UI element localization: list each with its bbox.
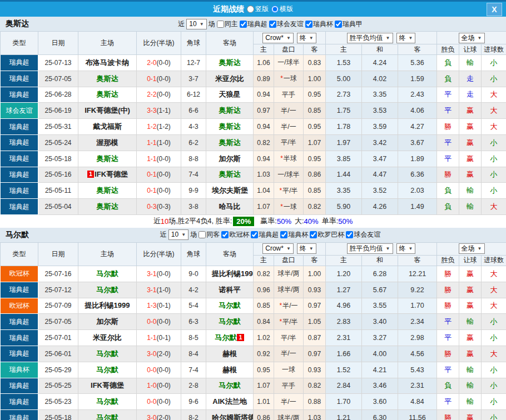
- league-filter-4-input[interactable]: [346, 231, 353, 238]
- league-filter-3[interactable]: 瑞典甲: [335, 19, 363, 29]
- odds-company-select[interactable]: Crow*▼: [262, 243, 294, 254]
- away-team-name[interactable]: 奥斯达: [219, 106, 241, 114]
- away-team-name[interactable]: 马尔默: [219, 301, 241, 309]
- league-filter-0-input[interactable]: [240, 21, 247, 28]
- close-button[interactable]: X: [487, 3, 502, 16]
- away-team-cell: 马尔默: [206, 314, 254, 330]
- home-team-name[interactable]: 布洛马波卡纳: [86, 58, 129, 67]
- scope-select[interactable]: 全场▼: [459, 243, 485, 254]
- league-filter-2[interactable]: 瑞典杯: [280, 230, 308, 239]
- full-time-score: 1-1: [147, 155, 156, 163]
- league-filter-1[interactable]: 球会友谊: [269, 19, 304, 29]
- home-odds: 1.04: [254, 183, 274, 199]
- league-filter-1[interactable]: 瑞典超: [251, 230, 279, 239]
- handicap-result: 赢: [459, 103, 482, 119]
- avg-time-select[interactable]: 终▼: [396, 243, 416, 254]
- home-team-name[interactable]: 渥那模: [97, 138, 118, 147]
- home-team-name[interactable]: 奥斯达: [97, 90, 118, 98]
- away-team-cell: 赫根: [206, 346, 254, 362]
- summary-count: 10: [161, 217, 168, 226]
- away-team-name[interactable]: 米亚尔比: [215, 74, 244, 83]
- away-team-name[interactable]: 奥斯达: [219, 58, 241, 67]
- away-team-name[interactable]: 加尔斯: [219, 154, 241, 163]
- match-count-select[interactable]: 10▼: [186, 19, 206, 29]
- same-venue-checkbox-input[interactable]: [199, 231, 206, 238]
- league-filter-4[interactable]: 球会友谊: [346, 230, 380, 239]
- same-venue-checkbox[interactable]: 同客: [199, 230, 220, 239]
- odds-time-select[interactable]: 终▼: [297, 243, 316, 254]
- home-team-name[interactable]: 米亚尔比: [93, 333, 122, 342]
- home-team-name[interactable]: 马尔默: [97, 366, 118, 374]
- half-time-score: (0-1): [157, 334, 171, 342]
- handicap-result: 赢: [459, 266, 482, 282]
- home-team-name[interactable]: 奥斯达: [97, 154, 118, 163]
- same-venue-checkbox[interactable]: 同主: [217, 19, 238, 29]
- league-filter-3-input[interactable]: [310, 231, 317, 238]
- away-team-name[interactable]: 马尔默: [219, 317, 241, 326]
- odds-company-select[interactable]: Crow*▼: [262, 33, 294, 43]
- home-team-name[interactable]: IFK哥德堡: [91, 381, 124, 389]
- corners: 6-3: [181, 314, 206, 330]
- layout-vertical-option[interactable]: 竖版: [247, 4, 269, 14]
- away-team-name[interactable]: 埃尔夫斯堡: [212, 186, 248, 194]
- result-outcome: 負: [437, 183, 459, 199]
- away-team-name[interactable]: AIK法兰地: [212, 397, 246, 406]
- goals-result: 大: [482, 298, 506, 314]
- avg-select[interactable]: 胜平负均值▼: [347, 33, 393, 43]
- away-team-name[interactable]: 马尔默: [219, 381, 241, 389]
- league-filter-2-input[interactable]: [305, 21, 312, 28]
- layout-horizontal-option[interactable]: 横版: [271, 4, 293, 14]
- horizontal-radio[interactable]: [271, 6, 279, 13]
- league-filter-3-input[interactable]: [335, 21, 342, 28]
- half-time-score: (1-1): [157, 107, 171, 114]
- league-filter-0-input[interactable]: [221, 231, 229, 238]
- away-team-cell: 天狼星: [206, 87, 254, 103]
- home-team-name[interactable]: 加尔斯: [97, 317, 118, 326]
- away-team-name[interactable]: 提比利锡1999: [212, 269, 254, 278]
- home-team-name[interactable]: IFK哥德堡: [95, 170, 128, 178]
- home-team-name[interactable]: 马尔默: [97, 413, 118, 420]
- away-team-name[interactable]: 赫根: [222, 349, 237, 358]
- half-time-score: (1-0): [157, 286, 171, 294]
- home-team-name[interactable]: 马尔默: [97, 286, 118, 294]
- league-filter-3[interactable]: 欧罗巴杯: [310, 230, 344, 239]
- away-team-name[interactable]: 赫根: [222, 366, 237, 374]
- home-team-name[interactable]: IFK哥德堡(中): [85, 106, 130, 114]
- league-filter-1-input[interactable]: [251, 231, 258, 238]
- home-odds: 0.84: [254, 314, 274, 330]
- match-count-select[interactable]: 10▼: [168, 229, 188, 240]
- same-venue-checkbox-input[interactable]: [217, 21, 224, 28]
- result-outcome: 平: [437, 87, 459, 103]
- away-team-name[interactable]: 哈马比: [219, 202, 241, 211]
- away-team-name[interactable]: 奥斯达: [219, 170, 241, 178]
- league-filter-0[interactable]: 欧冠杯: [221, 230, 249, 239]
- vertical-radio[interactable]: [247, 6, 254, 13]
- avg-select[interactable]: 胜平负均值▼: [347, 243, 393, 254]
- away-team-name[interactable]: 马尔默: [215, 333, 236, 342]
- away-team-name[interactable]: 诺科平: [219, 286, 241, 294]
- scope-select[interactable]: 全场▼: [459, 33, 485, 43]
- home-team-name[interactable]: 奥斯达: [97, 74, 118, 83]
- away-team-name[interactable]: 哈尔姆斯塔德: [212, 413, 254, 420]
- home-team-name[interactable]: 提比利锡1999: [85, 301, 130, 309]
- league-filter-2[interactable]: 瑞典杯: [305, 19, 333, 29]
- league-filter-2-input[interactable]: [280, 231, 287, 238]
- away-team-name[interactable]: 奥斯达: [219, 122, 241, 131]
- half-time-score: (0-0): [157, 75, 171, 83]
- away-team-name[interactable]: 天狼星: [219, 90, 241, 98]
- league-filter-0[interactable]: 瑞典超: [240, 19, 267, 29]
- home-team-name[interactable]: 奥斯达: [97, 202, 118, 211]
- sub-col-header: 主: [254, 255, 274, 266]
- league-filter-1-input[interactable]: [269, 21, 276, 28]
- away-team-name[interactable]: 奥斯达: [219, 138, 241, 147]
- league-filter-0-label: 欧冠杯: [229, 230, 249, 239]
- avg-time-select[interactable]: 终▼: [396, 33, 416, 43]
- result-outcome: 平: [437, 134, 459, 151]
- home-team-name[interactable]: 奥斯达: [97, 186, 118, 194]
- home-team-name[interactable]: 马尔默: [97, 397, 118, 406]
- home-team-name[interactable]: 马尔默: [97, 269, 118, 278]
- home-team-name[interactable]: 戴戈福斯: [93, 122, 122, 131]
- avg-draw: 6.30: [362, 410, 398, 420]
- home-team-name[interactable]: 马尔默: [97, 349, 118, 358]
- odds-time-select[interactable]: 终▼: [297, 33, 316, 43]
